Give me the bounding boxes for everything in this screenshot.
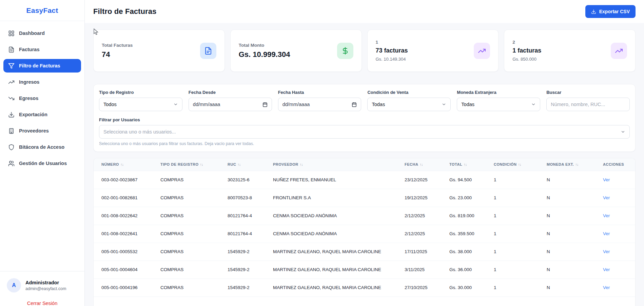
cell-ruc: 80121764-4 — [220, 225, 265, 243]
date-placeholder: dd/mm/aaaa — [193, 102, 220, 107]
cell-total: Gs. 819.000 — [442, 207, 486, 225]
moneda-extranjera-select[interactable]: Todas — [457, 98, 540, 111]
sidebar-item-filtro-de-facturas[interactable]: Filtro de Facturas — [3, 59, 81, 73]
search-input[interactable] — [546, 98, 630, 111]
calendar-icon — [352, 102, 357, 107]
ver-link[interactable]: Ver — [603, 231, 610, 236]
trend-down-icon — [8, 95, 15, 102]
stat-label: 1 — [376, 40, 408, 45]
export-csv-button[interactable]: Exportar CSV — [585, 5, 636, 18]
dashboard-icon — [8, 30, 15, 37]
table-row: 003-002-0023867 COMPRAS 3023125-6 NUÑEZ … — [94, 171, 635, 189]
users-icon — [8, 160, 15, 167]
sidebar-item-dashboard[interactable]: Dashboard — [3, 26, 81, 40]
cell-proveedor: MARTINEZ GALEANO, RAQUEL MARIA CAROLINE — [265, 243, 397, 261]
logout-button[interactable]: Cerrar Sesión — [7, 301, 78, 306]
cell-tipo-registro — [153, 297, 220, 306]
cell-ruc: 80070523-8 — [220, 189, 265, 207]
column-header[interactable]: RUC↑↓ — [220, 158, 265, 171]
cell-ruc: 1545929-2 — [220, 243, 265, 261]
ver-link[interactable]: Ver — [603, 285, 610, 290]
filter-condicion-venta: Condición de Venta Todas — [367, 90, 451, 111]
user-name: Administrador — [25, 280, 66, 285]
column-header: ACCIONES — [595, 158, 635, 171]
column-header[interactable]: CONDICIÓN↑↓ — [486, 158, 539, 171]
field-label: Fecha Desde — [189, 90, 272, 95]
sort-icon: ↑↓ — [464, 162, 467, 166]
ver-link[interactable]: Ver — [603, 249, 610, 254]
stat-value: 73 facturas — [376, 47, 408, 54]
ver-link[interactable]: Ver — [603, 267, 610, 272]
usuarios-multiselect[interactable]: Selecciona uno o más usuarios... — [99, 125, 630, 139]
sidebar-item-exportacion[interactable]: Exportación — [3, 108, 81, 121]
main-area: Filtro de Facturas Exportar CSV Total Fa… — [85, 0, 644, 306]
column-header[interactable]: MONEDA EXT.↑↓ — [539, 158, 595, 171]
filter-buscar: Buscar — [546, 90, 630, 111]
trend-up-icon — [8, 79, 15, 85]
filter-moneda-extranjera: Moneda Extranjera Todas — [457, 90, 540, 111]
stat-card-total-facturas: Total Facturas 74 — [93, 29, 225, 72]
sidebar-item-ingresos[interactable]: Ingresos — [3, 75, 81, 89]
ver-link[interactable]: Ver — [603, 213, 610, 218]
filter-fecha-hasta: Fecha Hasta dd/mm/aaaa — [278, 90, 362, 111]
ver-link[interactable]: Ver — [603, 177, 610, 182]
cell-moneda-ext: N — [539, 261, 595, 279]
cell-proveedor: CENMA SOCIEDAD ANÓNIMA — [265, 207, 397, 225]
calendar-icon — [262, 102, 268, 107]
column-header[interactable]: TOTAL↑↓ — [442, 158, 486, 171]
sidebar-item-proveedores[interactable]: Proveedores — [3, 124, 81, 138]
sort-icon: ↑↓ — [575, 162, 578, 166]
table-row: 002-001-0082681 COMPRAS 80070523-8 FRONT… — [94, 189, 635, 207]
stat-label: Total Facturas — [102, 43, 133, 48]
column-header[interactable]: PROVEEDOR↑↓ — [265, 158, 397, 171]
column-header[interactable]: NÚMERO↑↓ — [94, 158, 153, 171]
chevron-down-icon — [442, 102, 446, 107]
export-csv-label: Exportar CSV — [599, 9, 630, 14]
sidebar: EasyFact Dashboard Facturas Filtro de Fa… — [0, 0, 85, 306]
cell-acciones: Ver — [595, 225, 635, 243]
sort-icon: ↑↓ — [518, 162, 521, 166]
field-label: Moneda Extranjera — [457, 90, 540, 95]
building-icon — [8, 128, 15, 134]
cell-condicion: 1 — [486, 189, 539, 207]
cell-proveedor: NUÑEZ FRETES, ENMANUEL — [265, 171, 397, 189]
field-label: Buscar — [546, 90, 630, 95]
condicion-venta-select[interactable]: Todas — [367, 98, 451, 111]
cell-proveedor — [265, 297, 397, 306]
app-logo: EasyFact — [26, 6, 58, 15]
fecha-desde-input[interactable]: dd/mm/aaaa — [189, 98, 272, 111]
cell-condicion: 1 — [486, 171, 539, 189]
cell-proveedor: CENMA SOCIEDAD ANÓNIMA — [265, 225, 397, 243]
sidebar-nav: Dashboard Facturas Filtro de Facturas In… — [0, 21, 84, 173]
stat-value: Gs. 10.999.304 — [239, 50, 290, 59]
page-title: Filtro de Facturas — [93, 7, 156, 16]
sidebar-footer: A Administrador admin@easyfact.com Cerra… — [0, 271, 84, 306]
fecha-hasta-input[interactable]: dd/mm/aaaa — [278, 98, 362, 111]
page-content: Total Facturas 74 Total Monto Gs. 10.999… — [85, 23, 644, 306]
cell-tipo-registro: COMPRAS — [153, 171, 220, 189]
stat-card-total-monto: Total Monto Gs. 10.999.304 — [230, 29, 362, 72]
sidebar-item-bitacora-de-acceso[interactable]: Bitácora de Acceso — [3, 140, 81, 154]
column-header[interactable]: FECHA↑↓ — [397, 158, 442, 171]
table-row: 005-001-0005532 COMPRAS 1545929-2 MARTIN… — [94, 243, 635, 261]
cell-ruc — [220, 297, 265, 306]
cell-total: Gs. 359.500 — [442, 225, 486, 243]
sidebar-item-facturas[interactable]: Facturas — [3, 43, 81, 56]
cell-moneda-ext — [539, 297, 595, 306]
tipo-registro-select[interactable]: Todos — [99, 98, 182, 111]
cell-numero: 005-001-0005532 — [94, 243, 153, 261]
stat-value: 1 facturas — [512, 47, 541, 54]
sidebar-item-egresos[interactable]: Egresos — [3, 91, 81, 105]
field-label: Tipo de Registro — [99, 90, 182, 95]
cell-condicion: 1 — [486, 261, 539, 279]
sidebar-item-gestion-de-usuarios[interactable]: Gestión de Usuarios — [3, 157, 81, 170]
sort-icon: ↑↓ — [237, 162, 240, 166]
table-row: 001-008-0022642 COMPRAS 80121764-4 CENMA… — [94, 207, 635, 225]
chevron-down-icon — [173, 102, 178, 107]
ver-link[interactable]: Ver — [603, 195, 610, 200]
table-header-row: NÚMERO↑↓TIPO DE REGISTRO↑↓RUC↑↓PROVEEDOR… — [94, 158, 635, 171]
cell-acciones: Ver — [595, 171, 635, 189]
column-header[interactable]: TIPO DE REGISTRO↑↓ — [153, 158, 220, 171]
selected-value: Todas — [461, 102, 474, 107]
dollar-icon — [337, 43, 353, 59]
